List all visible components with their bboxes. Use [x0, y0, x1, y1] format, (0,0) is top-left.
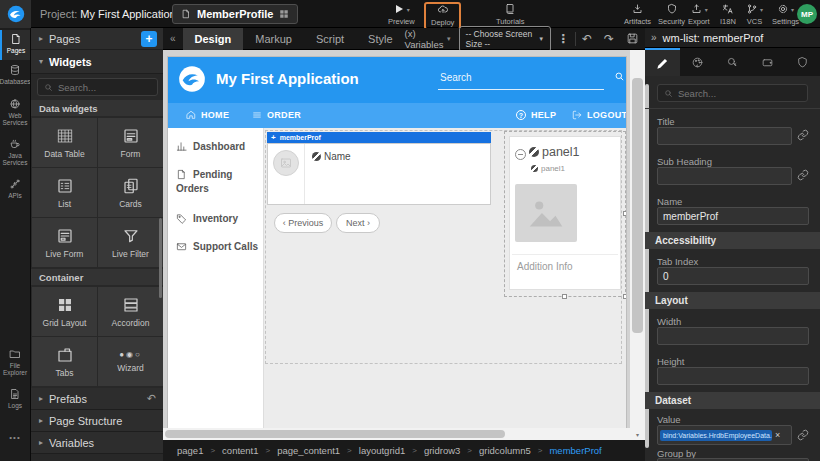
nav-help[interactable]: ? HELP [516, 110, 556, 120]
layout-section-header[interactable]: Layout [645, 292, 820, 309]
side-nav-support-calls[interactable]: Support Calls [176, 240, 260, 254]
clear-binding-icon[interactable]: × [775, 430, 780, 440]
rail-item-web-services[interactable]: Web Services [0, 98, 30, 134]
nav-order[interactable]: ORDER [252, 110, 301, 120]
resize-handle[interactable] [623, 294, 626, 299]
accessibility-section-header[interactable]: Accessibility [645, 232, 820, 249]
bind-expression-chip[interactable]: bind:Variables.HrdbEmployeeData.data [660, 430, 772, 441]
undo-button[interactable]: ↶ [582, 32, 592, 46]
panel1-widget[interactable]: panel1 panel1 Addition Info [509, 136, 621, 290]
rail-item-pages[interactable]: Pages [0, 30, 30, 60]
resize-handle[interactable] [562, 294, 567, 299]
tab-style[interactable]: Style [356, 28, 404, 50]
more-menu-button[interactable]: ⋮ [557, 32, 569, 46]
widget-tile-grid-layout[interactable]: Grid Layout [32, 287, 97, 336]
breadcrumb-item[interactable]: gridcolumn5 [479, 445, 531, 456]
rail-item-apis[interactable]: APIs [0, 178, 30, 206]
tab-device[interactable] [750, 48, 785, 76]
widget-tile-live-form[interactable]: Live Form [32, 218, 97, 267]
widget-tile-data-table[interactable]: Data Table [32, 118, 97, 167]
breadcrumb-item[interactable]: gridrow3 [424, 445, 460, 456]
tutorials-button[interactable]: Tutorials [496, 3, 524, 26]
tab-design[interactable]: Design [183, 28, 244, 50]
nav-home[interactable]: HOME [186, 110, 229, 120]
widget-tile-form[interactable]: Form [98, 118, 163, 167]
tab-index-field-input[interactable]: 0 [657, 267, 809, 285]
prefabs-accordion-header[interactable]: ▸ Prefabs ↶ [31, 388, 164, 410]
width-field-input[interactable] [657, 327, 809, 345]
panel1-image-placeholder[interactable] [515, 184, 577, 242]
artifacts-button[interactable]: Artifacts [624, 3, 651, 26]
value-field-input[interactable]: bind:Variables.HrdbEmployeeData.data × [657, 425, 792, 445]
screen-size-select[interactable]: -- Choose Screen Size -- ▼ [459, 26, 552, 52]
export-button[interactable]: ▾ Export [688, 3, 710, 26]
save-button[interactable] [626, 32, 639, 45]
list-item-name-field[interactable]: Name [312, 151, 351, 162]
tab-events[interactable] [715, 48, 750, 76]
rail-item-file-explorer[interactable]: File Explorer [0, 348, 30, 384]
properties-search-input[interactable]: Search... [657, 84, 808, 102]
search-icon[interactable] [614, 71, 625, 82]
bind-link-icon[interactable] [797, 129, 809, 141]
preview-button[interactable]: ▾ Preview [388, 3, 415, 26]
breadcrumb-item[interactable]: page_content1 [277, 445, 340, 456]
canvas-search-placeholder[interactable]: Search [440, 72, 472, 83]
tab-styles[interactable] [680, 48, 715, 76]
left-panel-scrollbar[interactable] [159, 218, 162, 298]
side-nav-dashboard[interactable]: Dashboard [176, 140, 260, 154]
memberprof-list-widget[interactable]: Name [267, 143, 491, 205]
refresh-icon[interactable]: ↶ [147, 392, 156, 405]
resize-handle[interactable] [623, 211, 626, 216]
breadcrumb-item-active[interactable]: memberProf [549, 445, 601, 456]
dataset-section-header[interactable]: Dataset [645, 392, 820, 409]
sub-heading-field-input[interactable] [657, 167, 792, 185]
widget-tile-cards[interactable]: Cards [98, 168, 163, 217]
rail-item-java-services[interactable]: Java Services [0, 138, 30, 174]
widget-tile-tabs[interactable]: Tabs [32, 337, 97, 386]
previous-page-button[interactable]: ‹ Previous [274, 213, 332, 233]
app-logo[interactable] [0, 0, 31, 28]
canvas-vertical-scrollbar-thumb[interactable] [632, 78, 643, 333]
panel-collapse-icon[interactable] [515, 149, 526, 160]
deploy-button-highlighted[interactable]: Deploy [424, 2, 461, 30]
collapse-right-panel-button[interactable]: » [651, 32, 657, 43]
redo-button[interactable]: ↷ [604, 32, 614, 46]
title-field-input[interactable] [657, 127, 792, 145]
widget-tile-list[interactable]: List [32, 168, 97, 217]
widget-tile-accordion[interactable]: Accordion [98, 287, 163, 336]
name-field-input[interactable]: memberProf [657, 207, 809, 225]
rail-item-logs[interactable]: Logs [0, 388, 30, 416]
variables-menu[interactable]: (x) Variables [405, 28, 445, 50]
tab-script[interactable]: Script [304, 28, 356, 50]
page-tab-memberprofile[interactable]: MemberProfile [172, 4, 298, 24]
breadcrumb-item[interactable]: content1 [222, 445, 258, 456]
canvas-horizontal-scrollbar-thumb[interactable] [165, 430, 505, 438]
i18n-button[interactable]: I18N [720, 3, 736, 26]
grid-view-icon[interactable] [279, 9, 289, 19]
page-structure-accordion-header[interactable]: ▸ Page Structure [31, 410, 164, 432]
widget-search-input[interactable]: Search... [37, 78, 158, 96]
nav-logout[interactable]: LOGOUT [572, 110, 626, 120]
project-breadcrumb[interactable]: Project: My First Application [40, 8, 176, 20]
rail-more-button[interactable]: ••• [0, 433, 30, 447]
collapse-left-panel-button[interactable]: « [163, 33, 183, 44]
breadcrumb-item[interactable]: layoutgrid1 [359, 445, 405, 456]
user-avatar[interactable]: MP [797, 4, 817, 24]
security-button[interactable]: Security [658, 3, 685, 26]
scrollbar-down-button[interactable]: ▾ [630, 428, 645, 440]
next-page-button[interactable]: Next › [336, 213, 380, 233]
vcs-button[interactable]: ▾ VCS [746, 3, 763, 26]
widget-tile-wizard[interactable]: ●◉○ Wizard [98, 337, 163, 386]
settings-button[interactable]: ▾ Settings [772, 3, 799, 26]
side-nav-pending-orders[interactable]: Pending Orders [176, 168, 260, 195]
widgets-accordion-header[interactable]: ▾ Widgets [31, 50, 164, 74]
rail-item-databases[interactable]: Databases [0, 64, 30, 94]
breadcrumb-item[interactable]: page1 [177, 445, 203, 456]
side-nav-inventory[interactable]: Inventory [176, 212, 260, 226]
tab-security[interactable] [785, 48, 820, 76]
height-field-input[interactable] [657, 367, 809, 385]
widget-tile-live-filter[interactable]: Live Filter [98, 218, 163, 267]
bind-link-icon[interactable] [797, 169, 809, 181]
tab-properties[interactable] [645, 48, 680, 76]
bind-link-icon[interactable] [797, 429, 809, 441]
